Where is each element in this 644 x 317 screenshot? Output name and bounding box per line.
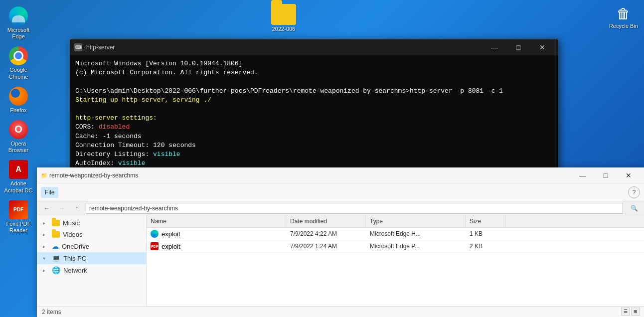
fe-up-button[interactable]: ↑ (71, 203, 83, 214)
this-pc-icon: 💻 (52, 254, 60, 262)
cmd-titlebar: ⌨ http-server — □ ✕ (70, 39, 558, 55)
file-name-2: exploit (161, 243, 180, 250)
opera-icon (9, 120, 28, 139)
recycle-bin-icon: 🗑 (614, 4, 633, 23)
cmd-titlebar-title: http-server (86, 44, 483, 51)
fe-close-button[interactable]: ✕ (617, 168, 640, 182)
desktop-icon-microsoft-edge[interactable]: Microsoft Edge (1, 4, 36, 42)
cmd-minimize-button[interactable]: — (483, 39, 506, 55)
folder-label: 2022-006 (272, 26, 296, 32)
desktop-icon-acrobat[interactable]: A Adobe Acrobat DC (1, 158, 36, 195)
fe-minimize-button[interactable]: — (571, 168, 594, 182)
cmd-line-7: http-server settings: (75, 114, 553, 123)
sidebar-label-onedrive: OneDrive (62, 243, 89, 250)
toolbar-help-button[interactable]: ? (628, 186, 640, 198)
desktop-recycle-bin[interactable]: 🗑 Recycle Bin (607, 2, 640, 31)
chrome-icon (9, 46, 28, 65)
sidebar-label-music: Music (63, 219, 80, 227)
desktop-icon-label-firefox: Firefox (10, 107, 27, 114)
desktop-icon-label-foxit: Foxit PDF Reader (3, 221, 34, 234)
col-header-type[interactable]: Type (366, 216, 466, 226)
cmd-close-button[interactable]: ✕ (531, 39, 554, 55)
foxit-icon: PDF (9, 200, 28, 219)
fe-forward-button[interactable]: → (56, 203, 68, 214)
table-row[interactable]: exploit 7/9/2022 4:22 AM Microsoft Edge … (147, 228, 644, 240)
fe-back-button[interactable]: ← (41, 203, 53, 214)
desktop-icon-foxit[interactable]: PDF Foxit PDF Reader (1, 198, 36, 236)
videos-folder-icon (52, 231, 60, 238)
file-explorer-toolbar: File ? (37, 183, 644, 201)
toolbar-file-button[interactable]: File (41, 187, 58, 198)
desktop-icon-list: Microsoft Edge Google Chrome Firefox Ope… (0, 0, 37, 317)
network-icon: 🌐 (52, 266, 60, 274)
recycle-bin-label: Recycle Bin (609, 23, 638, 29)
file-name-cell-1: exploit (147, 228, 286, 240)
music-folder-icon (52, 220, 60, 226)
cmd-line-2: (c) Microsoft Corporation. All rights re… (75, 68, 553, 77)
file-explorer-statusbar: 2 items ☰ ⊞ (37, 306, 644, 317)
file-explorer-content: Name Date modified Type Size exploit 7/9… (147, 215, 644, 317)
sidebar-label-videos: Videos (63, 231, 83, 238)
view-grid-button[interactable]: ⊞ (631, 308, 640, 316)
expand-icon-pc: ▾ (43, 256, 48, 261)
expand-icon-videos: ▸ (43, 232, 48, 237)
folder-icon (271, 4, 296, 25)
cmd-maximize-button[interactable]: □ (507, 39, 530, 55)
cmd-line-11: Directory Listings: visible (75, 150, 553, 159)
desktop-icon-label-edge: Microsoft Edge (3, 27, 34, 40)
file-type-1: Microsoft Edge H... (366, 228, 466, 240)
col-header-size[interactable]: Size (466, 216, 505, 226)
col-header-date[interactable]: Date modified (286, 216, 366, 226)
sidebar-item-music[interactable]: ▸ Music (37, 217, 146, 229)
cmd-line-5: Starting up http-server, serving ./ (75, 96, 553, 105)
firefox-icon (9, 87, 28, 106)
desktop-icon-google-chrome[interactable]: Google Chrome (1, 44, 36, 82)
desktop-icon-label-acrobat: Adobe Acrobat DC (3, 180, 34, 193)
file-date-2: 7/9/2022 1:24 AM (286, 240, 366, 252)
desktop-icon-label-opera: Opera Browser (3, 141, 34, 154)
file-explorer-main: ▸ Music ▸ Videos ▸ ☁ OneDrive ▾ 💻 (37, 215, 644, 317)
cmd-line-10: Connection Timeout: 120 seconds (75, 141, 553, 150)
edge-icon (9, 6, 28, 25)
cmd-titlebar-icon: ⌨ (74, 43, 82, 51)
file-explorer-titlebar: 📁 remote-weaponized-by-searchms — □ ✕ (37, 167, 644, 183)
pdf-file-icon: PDF (151, 242, 159, 250)
file-name-cell-2: PDF exploit (147, 240, 286, 252)
file-type-2: Microsoft Edge P... (366, 240, 466, 252)
cmd-line-12: AutoIndex: visible (75, 159, 553, 168)
acrobat-icon: A (9, 160, 28, 179)
fe-maximize-button[interactable]: □ (594, 168, 617, 182)
fe-search-button[interactable]: 🔍 (628, 203, 640, 214)
cmd-line-8: CORS: disabled (75, 123, 553, 132)
sidebar-item-this-pc[interactable]: ▾ 💻 This PC (37, 252, 146, 264)
sidebar-label-this-pc: This PC (63, 255, 86, 262)
file-size-2: 2 KB (466, 240, 505, 252)
file-name-1: exploit (161, 230, 180, 238)
view-toggle-buttons: ☰ ⊞ (621, 308, 640, 316)
file-explorer-sidebar: ▸ Music ▸ Videos ▸ ☁ OneDrive ▾ 💻 (37, 215, 147, 317)
file-explorer-title: 📁 remote-weaponized-by-searchms (41, 172, 571, 179)
sidebar-item-network[interactable]: ▸ 🌐 Network (37, 264, 146, 276)
table-header: Name Date modified Type Size (147, 215, 644, 228)
view-details-button[interactable]: ☰ (621, 308, 630, 316)
col-header-name[interactable]: Name (147, 216, 286, 226)
sidebar-item-onedrive[interactable]: ▸ ☁ OneDrive (37, 240, 146, 252)
titlebar-buttons: — □ ✕ (571, 168, 640, 182)
desktop-icon-label-chrome: Google Chrome (3, 67, 34, 80)
file-size-1: 1 KB (466, 228, 505, 240)
status-item-count: 2 items (42, 309, 61, 316)
fe-address-input[interactable] (86, 203, 623, 214)
cmd-line-1: Microsoft Windows [Version 10.0.19044.18… (75, 59, 553, 68)
file-explorer-window: 📁 remote-weaponized-by-searchms — □ ✕ Fi… (37, 167, 644, 317)
cmd-line-4: C:\Users\admin\Desktop\2022-006\further-… (75, 87, 553, 96)
cmd-line-6 (75, 105, 553, 114)
desktop-icon-firefox[interactable]: Firefox (1, 84, 36, 116)
file-date-1: 7/9/2022 4:22 AM (286, 228, 366, 240)
cmd-titlebar-buttons: — □ ✕ (483, 39, 554, 55)
desktop-folder-2022-006[interactable]: 2022-006 (269, 2, 298, 34)
table-row[interactable]: PDF exploit 7/9/2022 1:24 AM Microsoft E… (147, 240, 644, 253)
sidebar-item-videos[interactable]: ▸ Videos (37, 229, 146, 240)
desktop-icon-opera[interactable]: Opera Browser (1, 118, 36, 156)
cmd-line-9: Cache: -1 seconds (75, 132, 553, 141)
expand-icon-network: ▸ (43, 268, 48, 273)
